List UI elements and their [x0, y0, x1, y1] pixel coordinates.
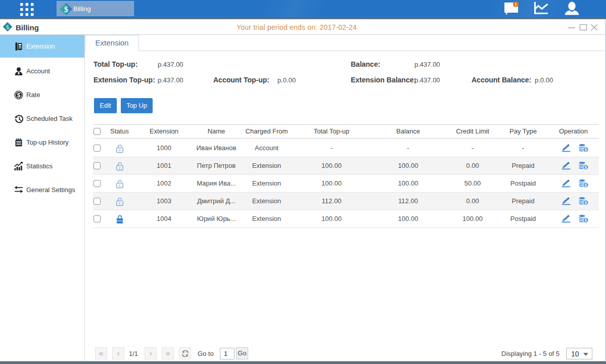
svg-text:$: $ — [585, 147, 587, 152]
svg-text:$: $ — [585, 165, 587, 170]
svg-text:!: ! — [515, 2, 517, 7]
svg-text:$: $ — [585, 183, 587, 188]
svg-text:$: $ — [585, 200, 587, 205]
svg-text:$: $ — [64, 5, 68, 14]
svg-text:$: $ — [17, 92, 21, 98]
svg-text:$: $ — [585, 218, 587, 223]
svg-text:$: $ — [6, 23, 10, 31]
